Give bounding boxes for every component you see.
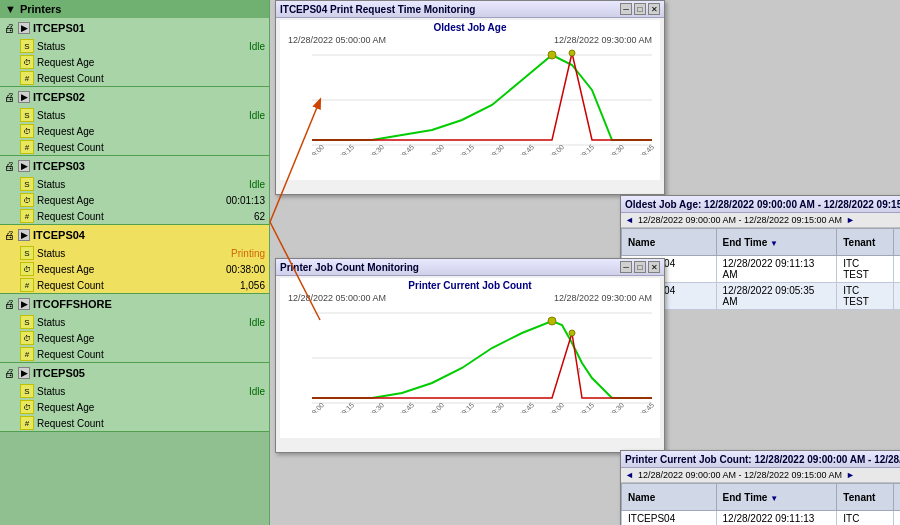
printer-name-eps03: ITCEPS03 [33,160,85,172]
reqcount-label-eps05: Request Count [37,418,265,429]
chart2-title: Printer Job Count Monitoring [280,262,419,273]
reqcount-icon-eps04: # [20,278,34,292]
reqage-icon-eps03: ⏱ [20,193,34,207]
chart2-nav-left[interactable]: ◄ [625,470,634,480]
printer-row-eps01[interactable]: 🖨 ▶ ITCEPS01 [0,18,269,38]
chart1-table-nav: ◄ 12/28/2022 09:00:00 AM - 12/28/2022 09… [621,213,900,228]
printer-group-eps01: 🖨 ▶ ITCEPS01 S Status Idle ⏱ Request Age… [0,18,269,87]
svg-point-39 [569,330,575,336]
chart2-maximize-btn[interactable]: □ [634,261,646,273]
status-label-eps02: Status [37,110,242,121]
reqage-value-eps03: 00:01:13 [226,195,265,206]
chart2-close-btn[interactable]: ✕ [648,261,660,273]
reqage-icon-eps04: ⏱ [20,262,34,276]
chart2-inner-title: Printer Current Job Count [280,278,660,293]
status-row-eps05: S Status Idle [0,383,269,399]
expand-icon-offshore[interactable]: ▶ [18,298,30,310]
status-value-eps03: Idle [249,179,265,190]
expand-icon-eps02[interactable]: ▶ [18,91,30,103]
chart2-row1-jobcount: 774 [894,511,900,526]
chart1-col-name: Name [622,229,717,256]
printer-icon-eps03: 🖨 [4,160,15,172]
chart2-col-name: Name [622,484,717,511]
chart1-table-header-row: Name End Time ▼ Tenant Job Count Job Tim… [622,229,901,256]
expand-icon-eps05[interactable]: ▶ [18,367,30,379]
table-row: ITCEPS04 Record 12/28/2022 09:11:13 AM I… [622,511,901,526]
chart2-time-labels: 12/28/2022 05:00:00 AM 12/28/2022 09:30:… [280,293,660,303]
chart2-minimize-btn[interactable]: ─ [620,261,632,273]
printer-group-offshore: 🖨 ▶ ITCOFFSHORE S Status Idle ⏱ Request … [0,294,269,363]
chart2-nav-right[interactable]: ► [846,470,855,480]
chart2-table-title: Printer Current Job Count: 12/28/2022 09… [625,454,900,465]
chart2-svg: 2,000 1,000 0 09:00 09:15 09:30 09:45 [312,303,694,413]
reqcount-label-offshore: Request Count [37,349,265,360]
chart1-area: Oldest Job Age 12/28/2022 05:00:00 AM 12… [280,20,660,180]
chart2-row1-tenant: ITC TEST [837,511,894,526]
printer-icon-offshore: 🖨 [4,298,15,310]
status-row-eps02: S Status Idle [0,107,269,123]
chart1-row1-jobcount: 774 [894,256,900,283]
reqage-label-offshore: Request Age [37,333,265,344]
printer-row-eps02[interactable]: 🖨 ▶ ITCEPS02 [0,87,269,107]
printer-row-eps04[interactable]: 🖨 ▶ ITCEPS04 [0,225,269,245]
expand-icon-eps03[interactable]: ▶ [18,160,30,172]
status-row-eps01: S Status Idle [0,38,269,54]
chart1-nav-left[interactable]: ◄ [625,215,634,225]
chart1-row2-jobcount: 803 [894,283,900,310]
chart2-left-label: 12/28/2022 05:00:00 AM [288,293,386,303]
reqcount-label-eps03: Request Count [37,211,251,222]
chart1-controls: ─ □ ✕ [620,3,660,15]
reqage-icon-eps01: ⏱ [20,55,34,69]
reqcount-icon-eps01: # [20,71,34,85]
chart1-left-label: 12/28/2022 05:00:00 AM [288,35,386,45]
printer-row-eps05[interactable]: 🖨 ▶ ITCEPS05 [0,363,269,383]
svg-point-38 [548,317,556,325]
printer-row-eps03[interactable]: 🖨 ▶ ITCEPS03 [0,156,269,176]
chart1-col-jobcount: Job Count [894,229,900,256]
chart2-col-jobcount: Job Count [894,484,900,511]
status-value-eps01: Idle [249,41,265,52]
printer-icon-eps04: 🖨 [4,229,15,241]
chart2-col-endtime[interactable]: End Time ▼ [716,484,837,511]
status-row-eps03: S Status Idle [0,176,269,192]
status-icon-eps01: S [20,39,34,53]
expand-icon-eps01[interactable]: ▶ [18,22,30,34]
chart1-title: ITCEPS04 Print Request Time Monitoring [280,4,475,15]
reqage-row-eps03: ⏱ Request Age 00:01:13 [0,192,269,208]
status-label-eps03: Status [37,179,242,190]
chart1-maximize-btn[interactable]: □ [634,3,646,15]
chart2-row1-name: ITCEPS04 Record [622,511,717,526]
chart1-minimize-btn[interactable]: ─ [620,3,632,15]
status-label-offshore: Status [37,317,242,328]
printer-icon-eps02: 🖨 [4,91,15,103]
chart1-row2-endtime: 12/28/2022 09:05:35 AM [716,283,837,310]
chart1-svg: 00:50:00 00:25:00 00:00:00 09:00 09:15 0… [312,45,694,155]
printer-row-offshore[interactable]: 🖨 ▶ ITCOFFSHORE [0,294,269,314]
collapse-icon[interactable]: ▼ [5,3,16,15]
expand-icon-eps04[interactable]: ▶ [18,229,30,241]
printer-group-eps02: 🖨 ▶ ITCEPS02 S Status Idle ⏱ Request Age… [0,87,269,156]
printer-icon-eps01: 🖨 [4,22,15,34]
chart2-table-titlebar: Printer Current Job Count: 12/28/2022 09… [621,451,900,468]
reqcount-icon-eps03: # [20,209,34,223]
chart1-col-tenant: Tenant [837,229,894,256]
printer-group-eps03: 🖨 ▶ ITCEPS03 S Status Idle ⏱ Request Age… [0,156,269,225]
chart1-close-btn[interactable]: ✕ [648,3,660,15]
printer-name-offshore: ITCOFFSHORE [33,298,112,310]
printer-group-eps04: 🖨 ▶ ITCEPS04 S Status Printing ⏱ Request… [0,225,269,294]
chart1-nav-right[interactable]: ► [846,215,855,225]
status-icon-eps02: S [20,108,34,122]
reqage-row-eps04: ⏱ Request Age 00:38:00 [0,261,269,277]
chart2-nav-label: 12/28/2022 09:00:00 AM - 12/28/2022 09:1… [638,470,842,480]
chart1-inner-title: Oldest Job Age [280,20,660,35]
reqcount-row-eps02: # Request Count [0,139,269,155]
reqage-row-offshore: ⏱ Request Age [0,330,269,346]
reqcount-label-eps01: Request Count [37,73,265,84]
status-icon-eps04: S [20,246,34,260]
chart1-col-endtime[interactable]: End Time ▼ [716,229,837,256]
chart2-window: Printer Job Count Monitoring ─ □ ✕ Print… [275,258,665,453]
chart2-controls: ─ □ ✕ [620,261,660,273]
status-value-eps05: Idle [249,386,265,397]
printer-icon-eps05: 🖨 [4,367,15,379]
reqcount-icon-offshore: # [20,347,34,361]
